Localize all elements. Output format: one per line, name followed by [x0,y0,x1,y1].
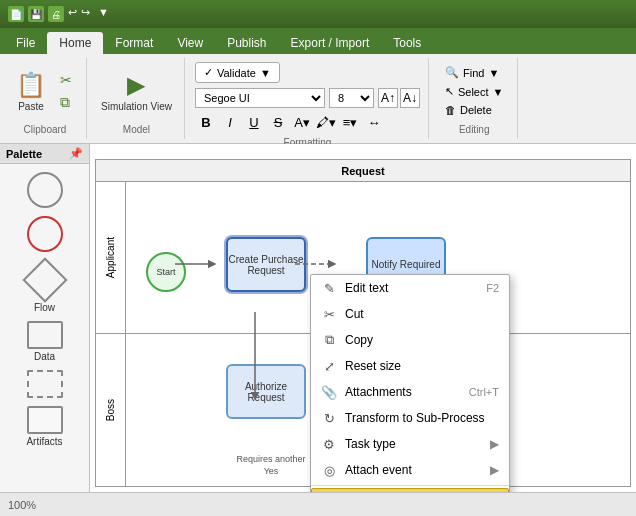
validate-button[interactable]: ✓ Validate ▼ [195,62,280,83]
cut-button[interactable]: ✂ [54,70,78,90]
tab-view[interactable]: View [165,32,215,54]
text-dir-button[interactable]: ↔ [363,111,385,133]
context-menu: ✎ Edit text F2 ✂ Cut ⧉ Copy ⤢ Reset size… [310,274,510,492]
ctx-transform[interactable]: ↻ Transform to Sub-Process [311,405,509,431]
select-arrow: ▼ [493,86,504,98]
ctx-copy[interactable]: ⧉ Copy [311,327,509,353]
editing-buttons: 🔍 Find ▼ ↖ Select ▼ 🗑 Delete [439,64,509,118]
palette-panel: Palette 📌 Flow Data [0,144,90,492]
find-button[interactable]: 🔍 Find ▼ [439,64,509,81]
ctx-task-type[interactable]: ⚙ Task type ▶ [311,431,509,457]
redo-icon[interactable]: ↪ [81,6,90,22]
authorize-request-label: Authorize Request [228,381,304,403]
palette-item-rect[interactable]: Data [27,321,63,362]
ctx-resize[interactable]: ⤢ Reset size [311,353,509,379]
palette-item-artifacts[interactable]: Artifacts [26,406,62,447]
simulation-view-button[interactable]: ▶ Simulation View [97,69,176,114]
transform-icon: ↻ [321,410,337,426]
font-color-button[interactable]: A▾ [291,111,313,133]
ribbon-tabs: File Home Format View Publish Export / I… [0,28,636,54]
edit-text-label: Edit text [345,281,478,295]
attachments-icon: 📎 [321,384,337,400]
delete-label: Delete [460,104,492,116]
applicant-label: Applicant [105,237,116,278]
bold-button[interactable]: B [195,111,217,133]
palette-item-circle[interactable] [27,172,63,208]
clipboard-content: 📋 Paste ✂ ⧉ [12,62,78,120]
artifacts-label: Artifacts [26,436,62,447]
flow-label: Flow [34,302,55,313]
font-size-buttons: A↑ A↓ [378,88,420,108]
align-button[interactable]: ≡▾ [339,111,361,133]
copy-ctx-icon: ⧉ [321,332,337,348]
increase-font-button[interactable]: A↑ [378,88,398,108]
cut-label: Cut [345,307,499,321]
title-bar-icons: 📄 💾 🖨 ↩ ↪ ▼ [8,6,109,22]
strikethrough-button[interactable]: S [267,111,289,133]
edit-text-shortcut: F2 [486,282,499,294]
palette-title: Palette [6,148,42,160]
create-purchase-task[interactable]: Create Purchase Request [226,237,306,292]
editing-content: 🔍 Find ▼ ↖ Select ▼ 🗑 Delete [439,62,509,120]
palette-pin-icon[interactable]: 📌 [69,147,83,160]
model-group: ▶ Simulation View Model [89,58,185,139]
ctx-properties[interactable]: ⚙ Properties [311,488,509,492]
tab-publish[interactable]: Publish [215,32,278,54]
resize-icon: ⤢ [321,358,337,374]
palette-item-diamond[interactable]: Flow [25,260,65,313]
status-zoom: 100% [8,499,36,511]
decrease-font-button[interactable]: A↓ [400,88,420,108]
delete-button[interactable]: 🗑 Delete [439,102,509,118]
ctx-edit-text[interactable]: ✎ Edit text F2 [311,275,509,301]
notify-required-label: Notify Required [372,259,441,270]
highlight-button[interactable]: 🖍▾ [315,111,337,133]
validate-row: ✓ Validate ▼ [195,62,280,83]
undo-icon[interactable]: ↩ [68,6,77,22]
underline-button[interactable]: U [243,111,265,133]
tab-format[interactable]: Format [103,32,165,54]
canvas-area[interactable]: Request Applicant Boss Start [90,144,636,492]
resize-label: Reset size [345,359,499,373]
copy-icon: ⧉ [60,94,70,111]
tab-file[interactable]: File [4,32,47,54]
find-icon: 🔍 [445,66,459,79]
start-event[interactable]: Start [146,252,186,292]
paste-button[interactable]: 📋 Paste [12,69,50,114]
diamond-container [25,260,65,300]
artifacts-shape [27,406,63,434]
delete-icon: 🗑 [445,104,456,116]
paste-label: Paste [18,101,44,112]
ctx-cut[interactable]: ✂ Cut [311,301,509,327]
ctx-attachments[interactable]: 📎 Attachments Ctrl+T [311,379,509,405]
ctx-separator [311,485,509,486]
tab-home[interactable]: Home [47,32,103,54]
italic-button[interactable]: I [219,111,241,133]
edit-text-icon: ✎ [321,280,337,296]
palette-header: Palette 📌 [0,144,89,164]
copy-label: Copy [345,333,499,347]
select-button[interactable]: ↖ Select ▼ [439,83,509,100]
copy-button[interactable]: ⧉ [54,92,78,113]
save-icon[interactable]: 💾 [28,6,44,22]
clipboard-label: Clipboard [24,120,67,135]
formatting-buttons: B I U S A▾ 🖍▾ ≡▾ ↔ [195,111,385,133]
authorize-request-task[interactable]: Authorize Request [226,364,306,419]
palette-item-red-circle[interactable] [27,216,63,252]
applicant-lane-header: Applicant [96,182,125,334]
tab-export-import[interactable]: Export / Import [279,32,382,54]
font-size-select[interactable]: 8 [329,88,374,108]
main-area: Palette 📌 Flow Data [0,144,636,492]
red-circle-shape [27,216,63,252]
print-icon[interactable]: 🖨 [48,6,64,22]
attach-event-label: Attach event [345,463,482,477]
status-bar: 100% [0,492,636,516]
palette-items: Flow Data Artifacts [0,164,89,455]
find-arrow: ▼ [488,67,499,79]
palette-item-dashed[interactable] [27,370,63,398]
font-family-select[interactable]: Segoe UI [195,88,325,108]
select-label: Select [458,86,489,98]
ctx-attach-event[interactable]: ◎ Attach event ▶ [311,457,509,483]
attachments-shortcut: Ctrl+T [469,386,499,398]
tab-tools[interactable]: Tools [381,32,433,54]
quick-access-arrow[interactable]: ▼ [98,6,109,22]
